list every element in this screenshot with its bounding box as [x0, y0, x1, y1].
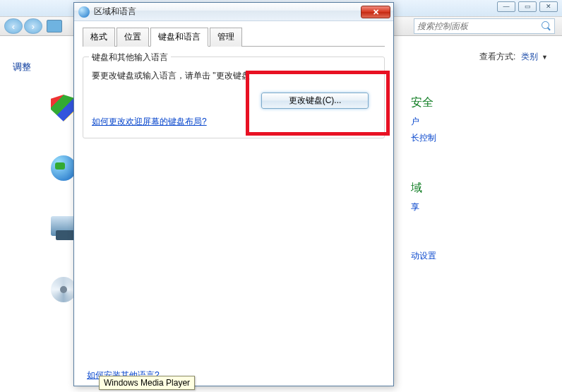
globe-icon: [51, 155, 76, 181]
category-link[interactable]: 享: [411, 201, 548, 213]
view-mode-row[interactable]: 查看方式: 类别 ▼: [411, 51, 548, 63]
dialog-titlebar[interactable]: 区域和语言 ✕: [74, 3, 393, 21]
close-button[interactable]: ✕: [539, 1, 558, 12]
tooltip: Windows Media Player: [99, 376, 195, 390]
tab-admin[interactable]: 管理: [210, 28, 242, 47]
nav-panel-icon: [47, 20, 62, 32]
view-label: 查看方式:: [479, 52, 515, 61]
minimize-button[interactable]: —: [497, 1, 515, 12]
nav-forward-icon[interactable]: ›: [24, 18, 42, 34]
shield-icon: [51, 95, 76, 121]
tab-format[interactable]: 格式: [83, 28, 115, 47]
maximize-button[interactable]: ▭: [518, 1, 537, 12]
search-box[interactable]: [414, 18, 555, 34]
tab-location[interactable]: 位置: [116, 28, 149, 47]
category-link[interactable]: 动设置: [411, 250, 548, 262]
view-value: 类别: [521, 52, 538, 61]
category-security-head[interactable]: 安全: [411, 95, 548, 110]
sidebar-adjust-label: 调整: [13, 61, 76, 73]
disc-icon: [51, 277, 76, 302]
region-language-dialog: 区域和语言 ✕ 格式 位置 键盘和语言 管理 键盘和其他输入语言 要更改键盘或输…: [73, 2, 394, 386]
search-input[interactable]: [417, 21, 540, 31]
dialog-close-button[interactable]: ✕: [361, 6, 390, 18]
change-keyboard-button[interactable]: 更改键盘(C)...: [261, 93, 369, 109]
nav-back-icon[interactable]: ‹: [4, 18, 23, 34]
dialog-globe-icon: [78, 6, 90, 18]
tab-keyboard-language[interactable]: 键盘和语言: [150, 28, 208, 47]
group-instruction: 要更改键盘或输入语言，请单击 "更改键盘": [92, 70, 376, 82]
category-link[interactable]: 户: [411, 116, 548, 128]
dialog-title: 区域和语言: [94, 6, 361, 18]
bg-window-buttons: — ▭ ✕: [497, 1, 558, 12]
category-link[interactable]: 长控制: [411, 132, 548, 144]
group-title: 键盘和其他输入语言: [89, 52, 171, 64]
tabstrip: 格式 位置 键盘和语言 管理: [83, 27, 385, 47]
chevron-down-icon: ▼: [542, 54, 548, 61]
category-network-head[interactable]: 域: [411, 181, 548, 196]
help-link[interactable]: 如何更改欢迎屏幕的键盘布局?: [92, 116, 207, 128]
search-icon[interactable]: [540, 20, 551, 32]
keyboard-group: 键盘和其他输入语言 要更改键盘或输入语言，请单击 "更改键盘" 更改键盘(C).…: [83, 57, 385, 138]
